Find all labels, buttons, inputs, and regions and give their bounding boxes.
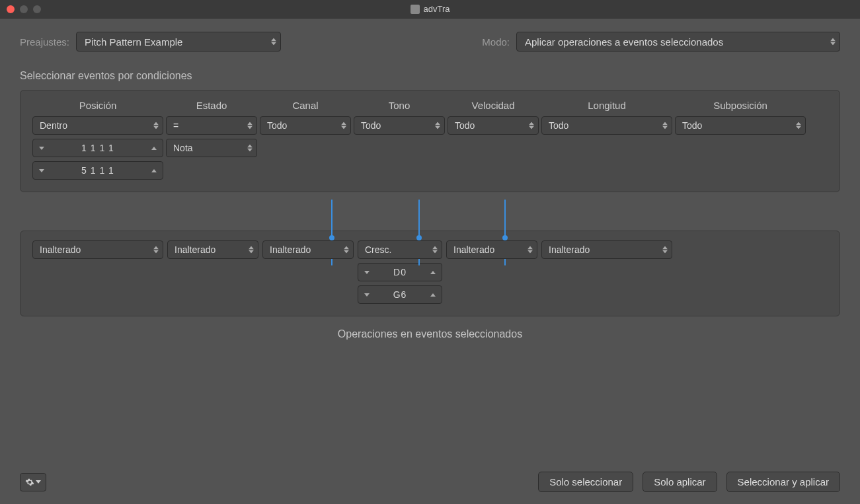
velocity-value: Todo <box>455 120 475 131</box>
mode-label: Modo: <box>482 36 510 48</box>
state-column: = Nota <box>166 116 257 180</box>
conditions-row: Dentro 1 1 1 1 5 1 1 1 <box>32 116 828 180</box>
svg-marker-25 <box>153 250 159 254</box>
subposition-value: Todo <box>682 120 702 131</box>
svg-marker-31 <box>432 250 438 254</box>
position-val1: 1 1 1 1 <box>46 143 149 153</box>
top-row: Preajustes: Pitch Pattern Example Modo: … <box>20 32 840 52</box>
position-op-select[interactable]: Dentro <box>32 116 163 135</box>
chevron-up-icon <box>428 293 438 297</box>
middle-area: Posición Estado Canal Tono Velocidad Lon… <box>20 90 840 340</box>
svg-marker-38 <box>662 246 668 250</box>
presets-group: Preajustes: Pitch Pattern Example <box>20 32 281 52</box>
channel-select[interactable]: Todo <box>260 116 351 135</box>
svg-marker-40 <box>36 480 41 484</box>
presets-value: Pitch Pattern Example <box>85 36 182 48</box>
svg-marker-15 <box>341 126 346 129</box>
svg-marker-26 <box>249 246 254 250</box>
chevron-down-icon <box>362 271 371 274</box>
header-channel: Canal <box>260 100 351 111</box>
position-val2-stepper[interactable]: 5 1 1 1 <box>32 161 163 180</box>
window-title: advTra <box>410 4 450 14</box>
header-length: Longitud <box>541 100 672 111</box>
settings-menu-button[interactable] <box>20 473 46 491</box>
op-subposition-select[interactable]: Inalterado <box>541 240 672 259</box>
close-window-button[interactable] <box>7 5 15 13</box>
header-position: Posición <box>32 100 163 111</box>
updown-icon <box>432 246 438 254</box>
window-body: Preajustes: Pitch Pattern Example Modo: … <box>0 18 860 504</box>
state-type-select[interactable]: Nota <box>166 139 257 157</box>
op-length-value: Inalterado <box>453 244 494 255</box>
updown-icon <box>247 122 253 129</box>
op-channel-select[interactable]: Inalterado <box>167 240 258 259</box>
svg-marker-13 <box>247 149 253 152</box>
zoom-window-button[interactable] <box>33 5 41 13</box>
op-velocity-select[interactable]: Cresc. <box>358 240 442 259</box>
svg-marker-11 <box>247 126 253 129</box>
op-position-select[interactable]: Inalterado <box>32 240 163 259</box>
updown-icon <box>153 122 159 129</box>
length-value: Todo <box>549 120 568 131</box>
updown-icon <box>341 122 346 129</box>
svg-marker-7 <box>151 147 157 150</box>
operations-row: Inalterado Inalterado Inalterado <box>32 240 828 304</box>
btn-label: Seleccionar y aplicar <box>738 476 829 487</box>
op-velocity-value: Cresc. <box>365 244 391 255</box>
svg-marker-30 <box>432 246 438 250</box>
op-velocity-val2-stepper[interactable]: G6 <box>358 285 442 304</box>
gear-icon <box>25 478 34 487</box>
chevron-down-icon <box>37 169 46 172</box>
updown-icon <box>344 246 349 254</box>
svg-marker-4 <box>153 122 159 126</box>
state-op-select[interactable]: = <box>166 116 257 135</box>
position-op-value: Dentro <box>40 120 67 131</box>
conditions-headers: Posición Estado Canal Tono Velocidad Lon… <box>32 100 828 111</box>
tone-column: Todo <box>354 116 445 180</box>
updown-icon <box>662 122 668 129</box>
connector-dot <box>416 235 422 240</box>
updown-icon <box>662 246 668 254</box>
length-column: Todo <box>541 116 672 180</box>
op-tone-value: Inalterado <box>270 244 311 255</box>
chevron-up-icon <box>428 271 438 274</box>
svg-marker-3 <box>830 42 836 46</box>
op-tone-select[interactable]: Inalterado <box>262 240 354 259</box>
position-column: Dentro 1 1 1 1 5 1 1 1 <box>32 116 163 180</box>
updown-icon <box>435 122 440 129</box>
mode-select[interactable]: Aplicar operaciones a eventos selecciona… <box>516 32 840 52</box>
svg-marker-9 <box>151 169 157 172</box>
svg-marker-8 <box>39 169 44 172</box>
btn-label: Solo seleccionar <box>549 476 622 487</box>
solo-seleccionar-button[interactable]: Solo seleccionar <box>538 472 633 492</box>
length-select[interactable]: Todo <box>541 116 672 135</box>
operations-panel: Inalterado Inalterado Inalterado <box>20 231 840 316</box>
svg-marker-0 <box>271 38 276 42</box>
velocity-select[interactable]: Todo <box>448 116 539 135</box>
updown-icon <box>830 38 836 46</box>
tone-select[interactable]: Todo <box>354 116 445 135</box>
solo-aplicar-button[interactable]: Solo aplicar <box>643 472 717 492</box>
titlebar: advTra <box>0 0 860 18</box>
chevron-down-icon <box>362 293 371 297</box>
svg-marker-24 <box>153 246 159 250</box>
presets-select[interactable]: Pitch Pattern Example <box>76 32 281 52</box>
op-position-value: Inalterado <box>40 244 81 255</box>
minimize-window-button[interactable] <box>20 5 28 13</box>
chevron-down-icon <box>37 147 46 150</box>
position-val1-stepper[interactable]: 1 1 1 1 <box>32 139 163 157</box>
op-velocity-val1-stepper[interactable]: D0 <box>358 263 442 281</box>
op-length-select[interactable]: Inalterado <box>446 240 537 259</box>
op-channel-value: Inalterado <box>175 244 215 255</box>
svg-marker-20 <box>662 122 668 126</box>
seleccionar-y-aplicar-button[interactable]: Seleccionar y aplicar <box>726 472 840 492</box>
footer: Solo seleccionar Solo aplicar Selecciona… <box>20 458 840 492</box>
svg-marker-5 <box>153 126 159 129</box>
updown-icon <box>529 122 534 129</box>
svg-marker-18 <box>529 122 534 126</box>
updown-icon <box>528 246 533 254</box>
subposition-select[interactable]: Todo <box>675 116 806 135</box>
channel-column: Todo <box>260 116 351 180</box>
connector-dot <box>329 235 334 240</box>
channel-value: Todo <box>267 120 287 131</box>
